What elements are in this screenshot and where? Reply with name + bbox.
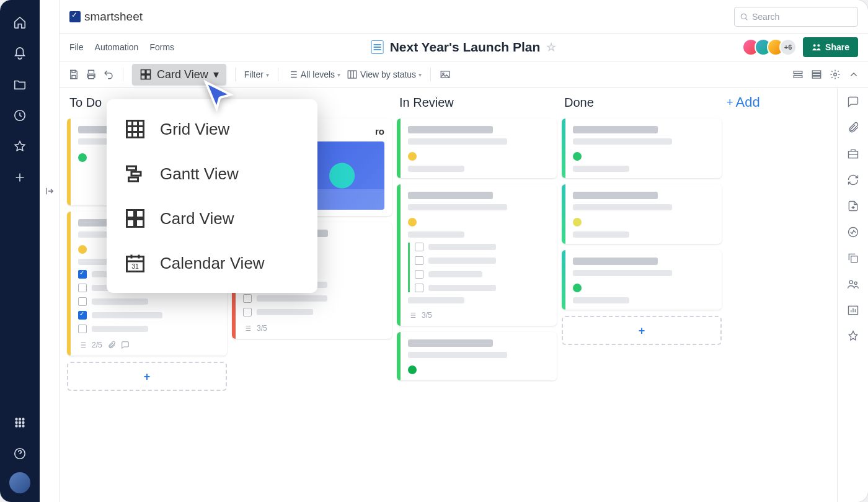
svg-rect-13 xyxy=(146,70,151,74)
view-by-button[interactable]: View by status▾ xyxy=(347,69,422,80)
add-card-button[interactable]: + xyxy=(67,362,227,391)
people-icon xyxy=(812,42,822,52)
svg-rect-21 xyxy=(812,71,821,73)
home-icon[interactable] xyxy=(7,10,32,35)
row-view-icon[interactable] xyxy=(792,69,804,80)
svg-point-5 xyxy=(19,422,21,424)
svg-point-29 xyxy=(854,282,857,284)
pin-icon[interactable] xyxy=(847,330,859,343)
svg-rect-31 xyxy=(127,121,144,138)
svg-rect-12 xyxy=(141,70,146,74)
star-icon[interactable]: ☆ xyxy=(546,40,556,54)
view-option-calendar[interactable]: 31 Calendar View xyxy=(107,241,317,285)
view-switcher-dropdown: Grid View Gantt View Card View 31 Calend… xyxy=(107,99,317,293)
file-plus-icon[interactable] xyxy=(847,200,859,212)
add-column-button[interactable]: + Add xyxy=(727,94,801,110)
svg-rect-27 xyxy=(851,256,857,262)
svg-rect-36 xyxy=(136,210,144,218)
gear-icon[interactable] xyxy=(830,69,841,80)
collapse-rail xyxy=(40,0,60,502)
svg-point-8 xyxy=(19,425,21,427)
card-title: ro xyxy=(375,126,384,137)
card[interactable]: 3/5 xyxy=(397,184,557,326)
folder-icon[interactable] xyxy=(7,72,32,97)
refresh-icon[interactable] xyxy=(847,174,859,186)
bell-icon[interactable] xyxy=(7,41,32,66)
column-done: Done xyxy=(562,94,722,496)
print-icon[interactable] xyxy=(86,69,97,80)
svg-point-6 xyxy=(22,422,24,424)
svg-point-3 xyxy=(22,418,24,420)
svg-text:31: 31 xyxy=(131,262,139,270)
brand-logo[interactable]: smartsheet xyxy=(69,10,143,24)
collaborator-avatars[interactable]: +6 xyxy=(747,38,797,56)
attachment-icon xyxy=(107,341,116,349)
activity-icon[interactable] xyxy=(847,226,859,238)
view-option-card[interactable]: Card View xyxy=(107,196,317,241)
svg-rect-35 xyxy=(127,210,135,218)
levels-button[interactable]: All levels▾ xyxy=(287,69,340,80)
add-card-button[interactable]: + xyxy=(562,316,722,345)
briefcase-icon[interactable] xyxy=(847,148,859,160)
search-input[interactable]: Search xyxy=(734,7,858,27)
svg-rect-38 xyxy=(136,220,144,227)
gantt-icon xyxy=(124,163,146,185)
menu-automation[interactable]: Automation xyxy=(95,42,139,52)
card[interactable] xyxy=(562,119,722,178)
chevron-up-icon[interactable] xyxy=(848,69,859,80)
svg-point-24 xyxy=(834,73,837,76)
share-button[interactable]: Share xyxy=(803,37,858,57)
avatar-overflow[interactable]: +6 xyxy=(779,38,797,56)
comment-icon[interactable] xyxy=(847,96,859,108)
apps-icon[interactable] xyxy=(7,410,32,435)
search-placeholder: Search xyxy=(752,12,779,22)
right-rail xyxy=(837,88,868,502)
people-icon[interactable] xyxy=(847,278,859,290)
svg-rect-14 xyxy=(141,75,146,79)
svg-point-7 xyxy=(16,425,17,427)
column-in-review: In Review xyxy=(397,94,557,496)
recents-icon[interactable] xyxy=(7,103,32,128)
compact-view-icon[interactable] xyxy=(811,69,822,80)
svg-point-1 xyxy=(16,418,17,420)
svg-rect-23 xyxy=(812,76,821,78)
filter-button[interactable]: Filter▾ xyxy=(244,69,269,79)
card[interactable] xyxy=(562,250,722,310)
undo-icon[interactable] xyxy=(103,69,114,80)
svg-rect-19 xyxy=(794,71,802,74)
svg-rect-20 xyxy=(794,76,802,78)
brand-text: smartsheet xyxy=(84,10,143,24)
search-icon xyxy=(740,12,748,21)
attachment-icon[interactable] xyxy=(847,122,859,134)
create-icon[interactable] xyxy=(7,165,32,190)
left-nav xyxy=(0,0,40,502)
grid-icon xyxy=(124,118,146,140)
copy-icon[interactable] xyxy=(847,252,859,264)
card[interactable] xyxy=(397,119,557,178)
list-icon xyxy=(408,311,417,320)
save-icon[interactable] xyxy=(68,69,79,80)
doc-title[interactable]: Next Year's Launch Plan ☆ xyxy=(371,40,557,55)
card[interactable] xyxy=(562,184,722,244)
comment-icon xyxy=(121,341,130,349)
svg-rect-34 xyxy=(129,177,138,181)
user-avatar[interactable] xyxy=(9,472,30,493)
help-icon[interactable] xyxy=(7,441,32,466)
expand-rail-icon[interactable] xyxy=(45,186,55,199)
svg-rect-22 xyxy=(812,74,821,76)
svg-point-9 xyxy=(22,425,24,427)
chart-icon[interactable] xyxy=(847,304,859,316)
svg-rect-37 xyxy=(127,220,135,227)
image-icon[interactable] xyxy=(440,69,451,80)
card-view-icon xyxy=(140,68,152,81)
svg-rect-33 xyxy=(131,172,141,176)
menu-forms[interactable]: Forms xyxy=(149,42,174,52)
menu-file[interactable]: File xyxy=(69,42,84,52)
column-title: In Review xyxy=(397,94,557,112)
svg-point-2 xyxy=(19,418,21,420)
card[interactable] xyxy=(397,332,557,380)
calendar-icon: 31 xyxy=(124,252,146,274)
doc-title-text: Next Year's Launch Plan xyxy=(390,40,541,55)
view-option-gantt[interactable]: Gantt View xyxy=(107,151,317,196)
favorites-icon[interactable] xyxy=(7,134,32,159)
